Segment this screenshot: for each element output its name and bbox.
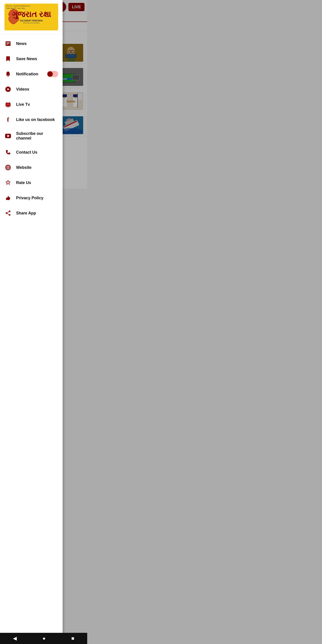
svg-marker-51 [6, 180, 10, 184]
menu-item-rate[interactable]: Rate Us [0, 175, 62, 189]
drawer-logo-section: RNI No. GUJGUJI2065/21613 ઓળખાણની ખબર સે… [0, 0, 62, 34]
menu-label-rate: Rate Us [16, 180, 58, 185]
videos-icon [4, 86, 12, 93]
facebook-icon: f [4, 116, 12, 123]
svg-point-35 [8, 76, 9, 77]
app-logo: RNI No. GUJGUJI2065/21613 ઓળખાણની ખબર સે… [4, 4, 58, 30]
menu-label-youtube: Subscribe our channel [16, 131, 58, 141]
menu-label-videos: Videos [16, 87, 58, 92]
menu-label-news: News [16, 41, 58, 46]
live-tv-icon [4, 101, 12, 108]
youtube-channel-icon [4, 132, 12, 140]
menu-label-notification: Notification [16, 72, 42, 76]
side-drawer: RNI No. GUJGUJI2065/21613 ઓળખાણની ખબર સે… [0, 0, 62, 189]
svg-rect-32 [6, 42, 10, 43]
menu-item-notification[interactable]: Notification [0, 66, 62, 82]
menu-label-website: Website [16, 165, 58, 170]
contact-icon [4, 149, 12, 156]
svg-line-42 [6, 102, 7, 103]
menu-item-save-news[interactable]: Save News [0, 51, 62, 66]
svg-rect-34 [6, 44, 8, 44]
menu-item-facebook[interactable]: f Like us on facebook [0, 112, 62, 127]
menu-label-save-news: Save News [16, 56, 58, 61]
drawer-menu: News Save News Notification [0, 34, 62, 189]
news-icon [4, 40, 12, 47]
save-news-icon [4, 55, 12, 62]
menu-item-website[interactable]: Website [0, 160, 62, 175]
logo-main-text: ગુજરાત રક્ષા [12, 10, 51, 18]
menu-item-news[interactable]: News [0, 36, 62, 51]
notification-toggle[interactable] [47, 71, 58, 77]
menu-item-contact[interactable]: Contact Us [0, 145, 62, 160]
website-icon [4, 164, 12, 171]
logo-weekly: (Weekly NewsPaper) [23, 22, 40, 24]
rate-icon [4, 179, 12, 186]
logo-rni: RNI No. GUJGUJI2065/21613 [6, 5, 30, 7]
menu-label-contact: Contact Us [16, 150, 58, 155]
menu-label-live-tv: Live Tv [16, 102, 58, 107]
menu-label-facebook: Like us on facebook [16, 118, 58, 122]
menu-item-videos[interactable]: Videos [0, 82, 62, 97]
logo-subtitle: GUJARAT RAKSHA [20, 19, 43, 22]
notification-icon [4, 70, 12, 78]
menu-item-youtube[interactable]: Subscribe our channel [0, 127, 62, 145]
svg-rect-33 [6, 43, 10, 44]
menu-item-live-tv[interactable]: Live Tv [0, 97, 62, 112]
svg-rect-39 [6, 104, 10, 106]
svg-line-43 [9, 102, 10, 103]
